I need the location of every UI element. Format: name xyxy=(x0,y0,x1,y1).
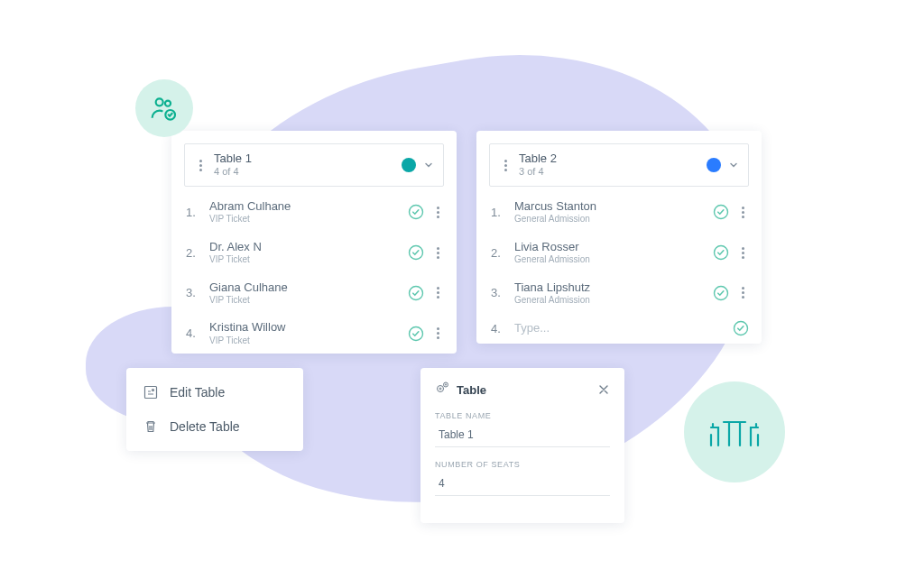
ticket-type: General Admission xyxy=(514,214,706,225)
seat-number: 3. xyxy=(186,286,202,299)
seat-row: 3.Giana CulhaneVIP Ticket xyxy=(171,273,457,314)
guest-name: Giana Culhane xyxy=(209,280,401,295)
checked-in-icon xyxy=(713,204,729,220)
checked-in-icon xyxy=(713,244,729,261)
table-count: 4 of 4 xyxy=(214,166,394,179)
guest-name: Abram Culhane xyxy=(209,199,401,214)
seat-menu-button[interactable] xyxy=(431,327,444,339)
panel-header: Table xyxy=(435,381,610,399)
checked-in-icon xyxy=(408,285,424,301)
seat-info: Giana CulhaneVIP Ticket xyxy=(209,280,401,307)
checked-in-icon xyxy=(408,204,424,220)
table-header: Table 1 4 of 4 xyxy=(184,143,444,187)
seat-info: Livia RosserGeneral Admission xyxy=(514,240,706,266)
seat-number: 3. xyxy=(491,286,507,299)
checked-in-icon xyxy=(733,320,749,336)
seat-menu-button[interactable] xyxy=(431,287,444,299)
seat-number: 4. xyxy=(491,322,507,335)
seat-info: Kristina WillowVIP Ticket xyxy=(209,320,401,346)
table-info: Table 2 3 of 4 xyxy=(519,152,699,179)
seat-number: 1. xyxy=(186,206,202,219)
svg-point-1 xyxy=(165,101,171,106)
table-name: Table 1 xyxy=(214,152,394,166)
guest-name: Dr. Alex N xyxy=(209,240,401,254)
table-chairs-badge xyxy=(684,381,785,482)
people-check-icon xyxy=(150,94,179,123)
close-button[interactable] xyxy=(597,383,610,396)
seat-info: Type... xyxy=(514,321,725,335)
table-count: 3 of 4 xyxy=(519,166,699,179)
table-info: Table 1 4 of 4 xyxy=(214,152,394,179)
table-name-input[interactable] xyxy=(435,425,610,447)
context-menu: Edit Table Delete Table xyxy=(126,368,303,451)
table-chairs-icon xyxy=(707,409,762,455)
table-name-label: TABLE NAME xyxy=(435,411,610,420)
people-badge xyxy=(135,79,193,137)
seat-info: Dr. Alex NVIP Ticket xyxy=(209,240,401,266)
svg-point-15 xyxy=(444,382,448,387)
seat-number: 1. xyxy=(491,206,507,219)
ticket-type: General Admission xyxy=(514,295,706,307)
seat-empty-row[interactable]: 4.Type... xyxy=(476,313,762,344)
seat-list: 1.Abram CulhaneVIP Ticket2.Dr. Alex NVIP… xyxy=(171,192,457,354)
guest-name: Marcus Stanton xyxy=(514,199,706,214)
table-card: Table 1 4 of 4 1.Abram CulhaneVIP Ticket… xyxy=(171,131,457,354)
menu-item-label: Delete Table xyxy=(170,419,240,434)
gears-icon xyxy=(435,381,449,399)
edit-table-menu-item[interactable]: Edit Table xyxy=(126,375,303,409)
ticket-type: VIP Ticket xyxy=(209,295,401,307)
seat-number: 4. xyxy=(186,326,202,340)
seats-label: NUMBER OF SEATS xyxy=(435,460,610,469)
seat-row: 2.Dr. Alex NVIP Ticket xyxy=(171,233,457,273)
seat-menu-button[interactable] xyxy=(736,287,749,299)
seat-menu-button[interactable] xyxy=(736,207,749,218)
table-menu-button[interactable] xyxy=(499,160,512,171)
svg-point-14 xyxy=(439,388,441,390)
seat-row: 4.Kristina WillowVIP Ticket xyxy=(171,313,457,354)
table-header: Table 2 3 of 4 xyxy=(489,143,749,187)
trash-icon xyxy=(143,418,159,435)
svg-point-13 xyxy=(438,386,444,392)
ticket-type: VIP Ticket xyxy=(209,214,401,225)
table-menu-button[interactable] xyxy=(194,160,207,171)
edit-table-panel: Table TABLE NAME NUMBER OF SEATS xyxy=(420,368,624,523)
seat-number: 2. xyxy=(491,246,507,260)
menu-item-label: Edit Table xyxy=(170,385,225,400)
delete-table-menu-item[interactable]: Delete Table xyxy=(126,409,303,444)
guest-name: Tiana Lipshutz xyxy=(514,280,706,295)
table-color-button[interactable] xyxy=(402,158,416,172)
seat-info: Marcus StantonGeneral Admission xyxy=(514,199,706,225)
seat-number: 2. xyxy=(186,246,202,260)
guest-name: Livia Rosser xyxy=(514,240,706,254)
seat-row: 1.Marcus StantonGeneral Admission xyxy=(476,192,762,233)
table-color-button[interactable] xyxy=(707,158,721,172)
ticket-type: VIP Ticket xyxy=(209,254,401,266)
svg-point-16 xyxy=(445,384,446,385)
seat-menu-button[interactable] xyxy=(736,247,749,259)
checked-in-icon xyxy=(408,326,424,342)
seats-input[interactable] xyxy=(435,473,610,496)
guest-name-placeholder: Type... xyxy=(514,321,725,335)
guest-name: Kristina Willow xyxy=(209,320,401,335)
chevron-down-icon[interactable] xyxy=(728,160,739,170)
edit-icon xyxy=(143,384,159,400)
seat-info: Abram CulhaneVIP Ticket xyxy=(209,199,401,225)
seat-menu-button[interactable] xyxy=(431,247,444,259)
table-card: Table 2 3 of 4 1.Marcus StantonGeneral A… xyxy=(476,131,762,344)
svg-point-12 xyxy=(152,390,154,391)
seat-row: 3.Tiana LipshutzGeneral Admission xyxy=(476,273,762,314)
seat-row: 2.Livia RosserGeneral Admission xyxy=(476,233,762,273)
svg-point-0 xyxy=(156,98,163,106)
chevron-down-icon[interactable] xyxy=(423,160,434,170)
svg-rect-11 xyxy=(145,387,157,399)
seat-row: 1.Abram CulhaneVIP Ticket xyxy=(171,192,457,233)
checked-in-icon xyxy=(408,244,424,261)
seat-info: Tiana LipshutzGeneral Admission xyxy=(514,280,706,307)
seat-list: 1.Marcus StantonGeneral Admission2.Livia… xyxy=(476,192,762,344)
checked-in-icon xyxy=(713,285,729,301)
ticket-type: VIP Ticket xyxy=(209,335,401,347)
panel-title: Table xyxy=(457,383,590,397)
table-name: Table 2 xyxy=(519,152,699,166)
seat-menu-button[interactable] xyxy=(431,207,444,218)
ticket-type: General Admission xyxy=(514,254,706,266)
